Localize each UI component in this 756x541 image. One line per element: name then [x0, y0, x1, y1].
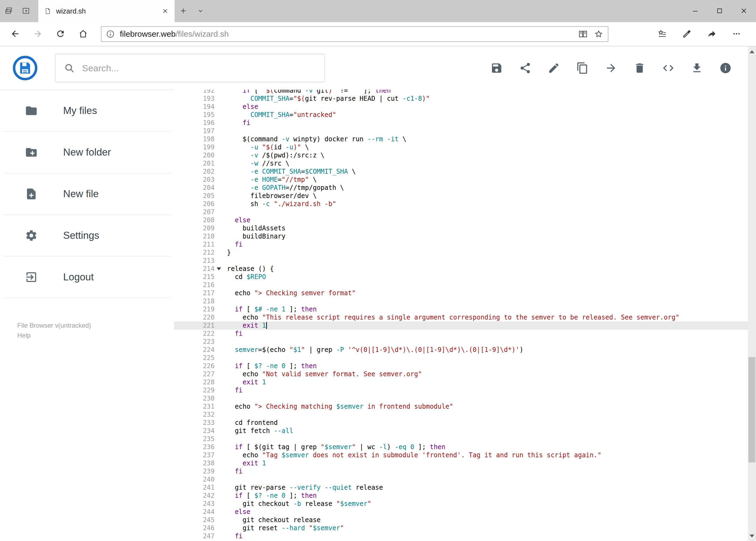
maximize-button[interactable]: [707, 0, 732, 22]
sidebar-item-my-files[interactable]: My files: [3, 90, 171, 132]
tab-close-icon[interactable]: [162, 8, 169, 15]
code-line-228[interactable]: 228 exit 1: [174, 378, 756, 386]
code-line-227[interactable]: 227 echo "Not valid semver format. See s…: [174, 370, 756, 378]
code-line-218[interactable]: 218: [174, 297, 756, 305]
code-line-205[interactable]: 205 filebrowser/dev \: [174, 192, 756, 200]
code-line-240[interactable]: 240: [174, 475, 756, 483]
scroll-up-button[interactable]: [748, 46, 756, 57]
code-line-225[interactable]: 225: [174, 354, 756, 362]
code-line-195[interactable]: 195 COMMIT_SHA="untracked": [174, 111, 756, 119]
code-line-201[interactable]: 201 -w //src \: [174, 159, 756, 168]
site-info-icon[interactable]: [106, 29, 115, 39]
code-line-234[interactable]: 234 git fetch --all: [174, 427, 756, 435]
code-line-233[interactable]: 233 cd frontend: [174, 419, 756, 427]
tab-list-dropdown-button[interactable]: [192, 0, 209, 22]
minimize-button[interactable]: [683, 0, 707, 22]
search-input[interactable]: [82, 63, 316, 74]
code-line-229[interactable]: 229 fi: [174, 386, 756, 394]
favorite-star-icon[interactable]: [594, 29, 604, 39]
code-line-226[interactable]: 226 if [ $? -ne 0 ]; then: [174, 362, 756, 370]
code-line-203[interactable]: 203 -e HOME="//tmp" \: [174, 176, 756, 184]
code-line-200[interactable]: 200 -v /$(pwd):/src:z \: [174, 151, 756, 159]
code-line-217[interactable]: 217 echo "> Checking semver format": [174, 289, 756, 297]
help-link[interactable]: Help: [17, 330, 174, 340]
code-line-220[interactable]: 220 echo "This release script requires a…: [174, 313, 756, 321]
code-line-212[interactable]: 212}: [174, 249, 756, 257]
code-line-199[interactable]: 199 -u "$(id -u)" \: [174, 143, 756, 151]
url-box[interactable]: filebrowser.web/files/wizard.sh: [101, 26, 609, 42]
code-line-246[interactable]: 246 git reset --hard "$semver": [174, 524, 756, 532]
sidebar-item-logout[interactable]: Logout: [3, 257, 171, 298]
code-line-192[interactable]: 192 if [ "$(command -v git)" != "" ]; th…: [174, 90, 756, 95]
code-line-239[interactable]: 239 fi: [174, 467, 756, 475]
sidebar-item-new-file[interactable]: New file: [3, 174, 171, 215]
code-line-222[interactable]: 222 fi: [174, 329, 756, 337]
code-line-213[interactable]: 213: [174, 257, 756, 265]
rename-button[interactable]: [548, 62, 560, 74]
code-line-214[interactable]: 214release () {: [174, 265, 756, 273]
refresh-button[interactable]: [49, 24, 72, 44]
code-line-235[interactable]: 235: [174, 435, 756, 443]
copy-button[interactable]: [576, 62, 589, 74]
code-line-211[interactable]: 211 fi: [174, 241, 756, 249]
code-line-247[interactable]: 247 fi: [174, 532, 756, 540]
code-line-219[interactable]: 219 if [ $# -ne 1 ]; then: [174, 305, 756, 313]
code-line-209[interactable]: 209 buildAssets: [174, 224, 756, 232]
code-line-202[interactable]: 202 -e COMMIT_SHA=$COMMIT_SHA \: [174, 168, 756, 176]
code-line-230[interactable]: 230: [174, 394, 756, 402]
code-line-238[interactable]: 238 exit 1: [174, 459, 756, 467]
share-button[interactable]: [519, 62, 531, 74]
home-button[interactable]: [72, 24, 95, 44]
code-line-241[interactable]: 241 git rev-parse --verify --quiet relea…: [174, 483, 756, 492]
move-button[interactable]: [605, 62, 617, 74]
web-note-button[interactable]: [674, 24, 699, 44]
code-line-237[interactable]: 237 echo "Tag $semver does not exist in …: [174, 451, 756, 459]
forward-button[interactable]: [26, 24, 49, 44]
code-line-216[interactable]: 216: [174, 281, 756, 289]
delete-button[interactable]: [633, 62, 646, 74]
raw-view-button[interactable]: [662, 62, 674, 74]
set-tabs-aside-button[interactable]: [17, 0, 35, 22]
code-line-221[interactable]: 221 exit 1: [174, 321, 756, 329]
code-line-206[interactable]: 206 sh -c "./wizard.sh -b": [174, 200, 756, 208]
reading-view-icon[interactable]: [578, 29, 588, 39]
sidebar-item-settings[interactable]: Settings: [3, 215, 171, 257]
new-tab-button[interactable]: [175, 0, 192, 22]
code-line-204[interactable]: 204 -e GOPATH=//tmp/gopath \: [174, 184, 756, 192]
filebrowser-logo[interactable]: [12, 55, 38, 81]
sidebar-item-new-folder[interactable]: New folder: [3, 132, 171, 174]
code-line-194[interactable]: 194 else: [174, 103, 756, 111]
fold-marker-icon[interactable]: [215, 265, 223, 273]
code-line-224[interactable]: 224 semver=$(echo "$1" | grep -P '^v(0|[…: [174, 346, 756, 354]
code-line-242[interactable]: 242 if [ $? -ne 0 ]; then: [174, 492, 756, 500]
code-line-232[interactable]: 232: [174, 410, 756, 419]
scrollbar-thumb[interactable]: [748, 357, 755, 462]
code-line-207[interactable]: 207: [174, 208, 756, 216]
scroll-down-button[interactable]: [748, 531, 756, 541]
download-button[interactable]: [691, 62, 703, 74]
save-button[interactable]: [490, 62, 503, 74]
back-button[interactable]: [4, 24, 26, 44]
share-page-button[interactable]: [699, 24, 724, 44]
code-line-193[interactable]: 193 COMMIT_SHA="$(git rev-parse HEAD | c…: [174, 95, 756, 103]
code-line-223[interactable]: 223: [174, 337, 756, 346]
code-line-196[interactable]: 196 fi: [174, 119, 756, 127]
browser-tab-wizard[interactable]: wizard.sh: [38, 0, 175, 22]
code-line-236[interactable]: 236 if [ $(git tag | grep "$semver" | wc…: [174, 443, 756, 451]
close-window-button[interactable]: [732, 0, 756, 22]
code-line-244[interactable]: 244 else: [174, 508, 756, 516]
code-editor[interactable]: 192 if [ "$(command -v git)" != "" ]; th…: [174, 90, 756, 541]
code-line-208[interactable]: 208 else: [174, 216, 756, 224]
more-options-button[interactable]: [724, 24, 749, 44]
code-line-231[interactable]: 231 echo "> Checking matching $semver in…: [174, 402, 756, 410]
code-line-210[interactable]: 210 buildBinary: [174, 232, 756, 241]
code-line-243[interactable]: 243 git checkout -b release "$semver": [174, 500, 756, 508]
search-box[interactable]: [55, 54, 325, 82]
info-button[interactable]: [719, 62, 732, 74]
vertical-scrollbar[interactable]: [748, 46, 756, 541]
code-line-198[interactable]: 198 $(command -v winpty) docker run --rm…: [174, 135, 756, 143]
tab-preview-button[interactable]: [0, 0, 17, 22]
hub-button[interactable]: [650, 24, 674, 44]
code-line-245[interactable]: 245 git checkout release: [174, 516, 756, 524]
code-line-197[interactable]: 197: [174, 127, 756, 135]
